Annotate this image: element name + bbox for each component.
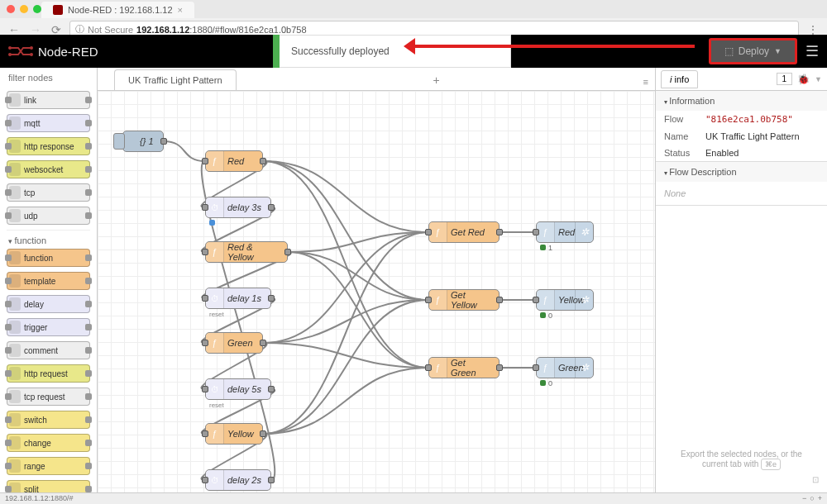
sidebar-caret-icon[interactable]: ▼ (815, 75, 822, 83)
not-secure-label: Not Secure (88, 25, 133, 35)
palette-node[interactable]: link (7, 91, 90, 109)
node-label: Get Yellow (451, 290, 492, 310)
palette-node[interactable]: function (7, 249, 90, 267)
node-type-icon: ƒ (206, 242, 224, 262)
app-title: Node-RED (38, 45, 98, 59)
info-icon[interactable]: ⓘ (75, 23, 84, 36)
palette-list[interactable]: linkmqtthttp responsewebsockettcpudpfunc… (0, 88, 97, 492)
sidebar-tab-info[interactable]: i info (661, 70, 698, 88)
flow-node[interactable]: ƒYellow0✲ (536, 289, 594, 311)
tab-close-icon[interactable]: × (178, 5, 183, 15)
flow-node[interactable]: ƒRed & Yellow (205, 241, 288, 263)
add-tab-button[interactable]: + (426, 70, 446, 90)
maximize-window-icon[interactable] (33, 5, 41, 13)
palette-node[interactable]: http response (7, 137, 90, 155)
palette-node[interactable]: template (7, 272, 90, 290)
flow-node[interactable]: ⏱delay 3s (205, 197, 271, 218)
flow-canvas[interactable]: {} 1 ƒRed⏱delay 3sƒRed & Yellow⏱delay 1s… (98, 91, 655, 492)
zoom-out-button[interactable]: − (802, 494, 806, 503)
palette-node[interactable]: trigger (7, 318, 90, 336)
chevron-down-icon[interactable]: ▼ (774, 47, 782, 55)
palette-node[interactable]: mqtt (7, 114, 90, 132)
section-description[interactable]: Flow Description (656, 162, 827, 182)
minimize-window-icon[interactable] (20, 5, 28, 13)
node-type-icon: ⏱ (206, 379, 224, 399)
palette: linkmqtthttp responsewebsockettcpudpfunc… (0, 68, 98, 492)
palette-node[interactable]: comment (7, 341, 90, 359)
node-label: delay 3s (227, 202, 261, 212)
palette-node[interactable]: range (7, 457, 90, 475)
flow-name-value: UK Traffic Light Pattern (705, 131, 800, 141)
node-type-icon: ⏱ (206, 197, 224, 217)
flow-node[interactable]: ƒGet Yellow (428, 289, 500, 311)
sidebar-debug-icon[interactable]: 🐞 (797, 74, 810, 85)
flow-tab[interactable]: UK Traffic Light Pattern (114, 69, 237, 90)
node-type-icon: ƒ (537, 290, 555, 310)
node-type-icon: ƒ (429, 290, 447, 310)
deploy-icon: ⬚ (724, 45, 734, 57)
close-window-icon[interactable] (7, 5, 15, 13)
flow-node[interactable]: ⏱delay 1sreset (205, 288, 271, 309)
flow-node[interactable]: ƒYellow (205, 423, 263, 445)
zoom-in-button[interactable]: + (818, 494, 822, 503)
browser-chrome: Node-RED : 192.168.1.12 × ← → ⟳ ⓘ Not Se… (0, 0, 827, 35)
palette-node[interactable]: udp (7, 207, 90, 225)
flow-node[interactable]: ƒGreen (205, 332, 263, 354)
node-label: Red (227, 156, 244, 166)
status-bar: 192.168.1.12:1880/# − ○ + (0, 492, 827, 504)
status-url: 192.168.1.12:1880/# (5, 494, 74, 503)
node-label: Red & Yellow (227, 242, 280, 262)
inject-node[interactable]: {} 1 (122, 131, 164, 152)
palette-node[interactable]: change (7, 434, 90, 452)
inject-label: {} 1 (140, 136, 154, 146)
flow-node[interactable]: ƒGet Green (428, 357, 500, 378)
palette-filter-input[interactable] (5, 71, 92, 84)
flow-node[interactable]: ƒRed (205, 150, 263, 172)
palette-node[interactable]: tcp (7, 183, 90, 202)
hamburger-menu-icon[interactable]: ☰ (805, 42, 819, 60)
tab-list-button[interactable]: ≡ (637, 74, 655, 90)
palette-node[interactable]: websocket (7, 160, 90, 178)
deploy-toast: Successfully deployed (273, 35, 511, 68)
node-type-icon: ƒ (206, 424, 224, 444)
flow-node[interactable]: ⏱delay 2sreset (205, 469, 271, 491)
flow-node[interactable]: ƒGreen0✲ (536, 357, 594, 378)
rpi-icon: ✲ (575, 222, 593, 242)
palette-category[interactable]: function (7, 230, 90, 249)
node-type-icon: ƒ (429, 358, 447, 378)
hint-close-icon[interactable]: ⊡ (812, 475, 819, 484)
palette-node[interactable]: tcp request (7, 388, 90, 406)
svg-point-2 (30, 46, 33, 50)
node-label: Yellow (227, 429, 254, 439)
palette-node[interactable]: switch (7, 411, 90, 429)
url-text: 192.168.1.12:1880/#flow/816e2ca1.0b758 (136, 25, 307, 35)
flow-node[interactable]: ⏱delay 5sreset (205, 378, 271, 400)
node-label: Get Green (451, 358, 492, 378)
palette-node[interactable]: split (7, 480, 90, 492)
section-information[interactable]: Information (656, 91, 827, 111)
deploy-button[interactable]: ⬚ Deploy ▼ (709, 38, 797, 64)
zoom-reset-button[interactable]: ○ (810, 494, 814, 503)
node-label: delay 1s (227, 293, 261, 303)
flow-id-value: "816e2ca1.0b758" (705, 114, 793, 125)
flow-node[interactable]: ƒGet Red (428, 221, 500, 243)
svg-point-3 (30, 53, 33, 56)
rpi-icon: ✲ (575, 290, 593, 310)
node-type-icon: ƒ (206, 151, 224, 171)
palette-node[interactable]: delay (7, 295, 90, 313)
toast-accent (273, 35, 280, 68)
palette-node[interactable]: http request (7, 364, 90, 383)
node-type-icon: ƒ (429, 222, 447, 242)
inject-trigger-button[interactable] (113, 133, 125, 150)
deploy-label: Deploy (739, 45, 769, 57)
node-label: Red (558, 227, 575, 237)
description-body: None (656, 182, 827, 205)
browser-tab[interactable]: Node-RED : 192.168.1.12 × (41, 2, 194, 18)
node-label: delay 2s (227, 475, 261, 485)
toast-message: Successfully deployed (280, 35, 511, 68)
node-type-icon: ƒ (537, 358, 555, 378)
flow-node[interactable]: ƒRed1✲ (536, 221, 594, 243)
sidebar-count: 1 (777, 73, 793, 85)
favicon-icon (53, 5, 63, 15)
node-type-icon: ⏱ (206, 470, 224, 490)
